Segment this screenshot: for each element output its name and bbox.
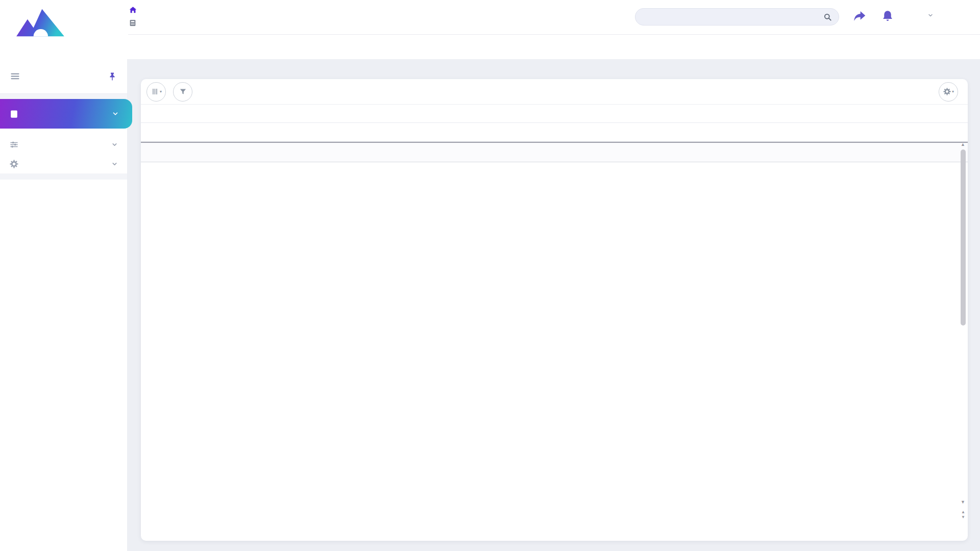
scroll-down-icon[interactable]: ▼ [961, 500, 965, 505]
table-toolbar: ▾ ▾ [141, 79, 968, 105]
columns-button[interactable]: ▾ [146, 82, 166, 102]
logo-mountain-icon [13, 3, 68, 40]
totals-scrollbar[interactable]: ▲▼ [961, 510, 966, 520]
chevron-down-icon [927, 12, 934, 18]
global-search [635, 8, 839, 26]
notifications-button[interactable] [881, 9, 894, 23]
caret-down-icon: ▾ [952, 89, 954, 94]
search-input[interactable] [645, 13, 823, 21]
search-icon[interactable] [823, 12, 832, 22]
table-totals-row [141, 142, 968, 162]
breadcrumb-app[interactable] [129, 6, 143, 14]
bell-icon [881, 9, 894, 23]
sidebar-item-configuration[interactable] [0, 135, 127, 154]
table-footer [141, 162, 968, 180]
chevron-down-icon [112, 110, 119, 117]
calculator-icon [9, 109, 19, 119]
sidebar-menu-row [0, 59, 127, 94]
table-filter-row [141, 123, 968, 142]
breadcrumb-page [129, 19, 143, 27]
scroll-up-icon[interactable]: ▲ [961, 142, 965, 147]
vertical-scrollbar[interactable]: ▲ ▼ [960, 142, 966, 505]
pushpin-icon [108, 72, 117, 81]
gear-icon [943, 87, 951, 96]
scrollbar-thumb[interactable] [961, 149, 966, 325]
table-settings-button[interactable]: ▾ [939, 82, 958, 102]
pin-sidebar-button[interactable] [108, 71, 117, 81]
user-menu[interactable] [923, 12, 934, 18]
table-header-row [141, 105, 968, 123]
sidebar-item-accounting[interactable] [0, 99, 132, 129]
gear-icon [9, 159, 19, 169]
share-button[interactable] [852, 9, 867, 23]
admin-submenu [0, 173, 127, 180]
app-logo [7, 3, 74, 41]
house-icon [129, 6, 137, 14]
accounting-movements-card: ▾ ▾ ▲ ▼ ▲▼ [141, 79, 968, 541]
accounting-submenu [0, 129, 127, 135]
header-divider [128, 34, 980, 35]
calculator-icon [129, 19, 137, 27]
filter-button[interactable] [173, 82, 192, 102]
hamburger-icon[interactable] [10, 71, 20, 81]
columns-icon [151, 87, 159, 96]
sliders-icon [9, 140, 19, 149]
share-icon [852, 9, 867, 23]
chevron-down-icon [111, 161, 118, 167]
sidebar [0, 59, 128, 551]
sidebar-item-admin[interactable] [0, 154, 127, 173]
chevron-down-icon [111, 141, 118, 148]
caret-down-icon: ▾ [160, 89, 162, 94]
top-header [0, 0, 980, 59]
breadcrumb [129, 6, 143, 27]
funnel-icon [179, 87, 187, 96]
